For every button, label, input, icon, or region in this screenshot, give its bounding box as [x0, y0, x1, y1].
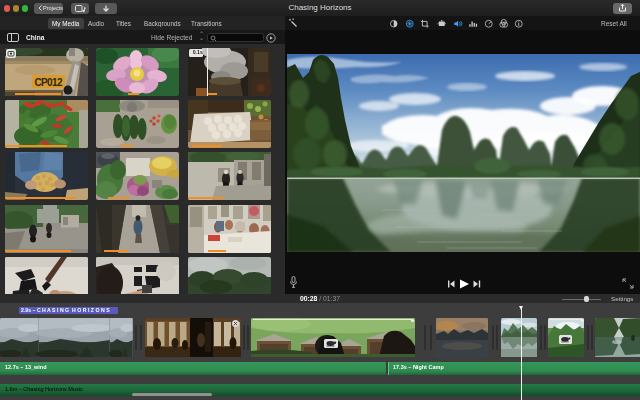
svg-text:CP012: CP012	[34, 76, 62, 87]
